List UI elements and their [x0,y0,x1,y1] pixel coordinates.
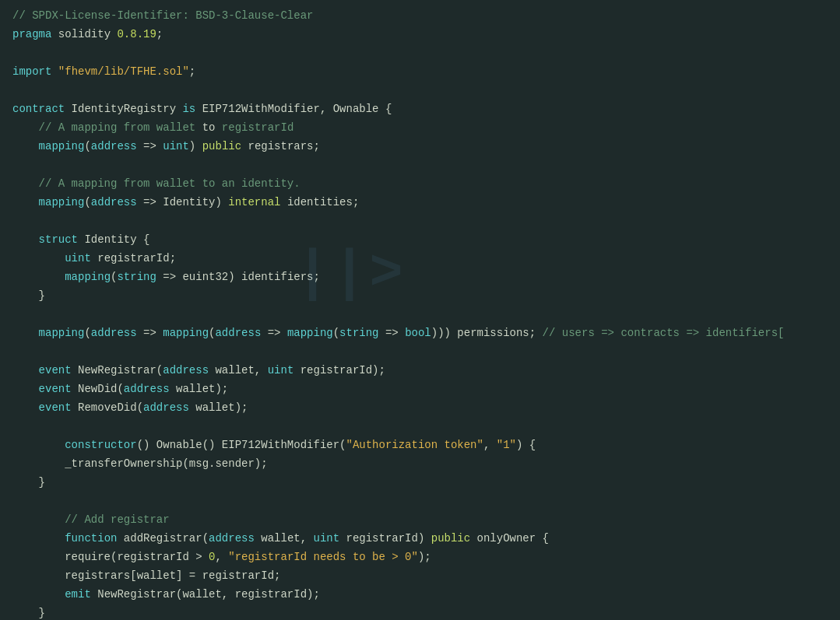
code-line-15: mapping(string => euint32) identifiers; [12,268,828,286]
code-line-1: // SPDX-License-Identifier: BSD-3-Clause… [12,6,828,25]
code-line-24: constructor() Ownable() EIP712WithModifi… [12,436,828,454]
code-line-32: emit NewRegistrar(wallet, registrarId); [12,585,828,604]
code-line-12 [12,212,828,230]
code-line-17 [12,305,828,324]
code-line-29: function addRegistrar(address wallet, ui… [12,529,828,548]
code-line-8: mapping(address => uint) public registra… [12,137,828,156]
code-line-21: event NewDid(address wallet); [12,380,828,398]
code-line-28: // Add registrar [12,510,828,529]
code-line-31: registrars[wallet] = registrarId; [12,566,828,585]
code-line-16: } [12,286,828,305]
code-line-5 [12,81,828,100]
code-line-18: mapping(address => mapping(address => ma… [12,324,828,342]
code-line-27 [12,492,828,510]
code-line-3 [12,44,828,62]
code-line-26: } [12,473,828,492]
code-line-13: struct Identity { [12,230,828,249]
code-line-30: require(registrarId > 0, "registrarId ne… [12,548,828,566]
code-line-11: mapping(address => Identity) internal id… [12,193,828,212]
code-line-25: _transferOwnership(msg.sender); [12,454,828,473]
code-line-23 [12,417,828,436]
code-line-14: uint registrarId; [12,249,828,268]
code-line-6: contract IdentityRegistry is EIP712WithM… [12,100,828,118]
code-line-2: pragma solidity 0.8.19; [12,25,828,44]
code-line-4: import "fhevm/lib/TFHE.sol"; [12,62,828,81]
code-line-19 [12,342,828,361]
code-line-22: event RemoveDid(address wallet); [12,398,828,417]
code-line-10: // A mapping from wallet to an identity. [12,174,828,193]
code-line-20: event NewRegistrar(address wallet, uint … [12,361,828,380]
code-line-7: // A mapping from wallet to registrarId [12,118,828,137]
code-line-33: } [12,604,828,620]
code-editor: ||> // SPDX-License-Identifier: BSD-3-Cl… [0,0,840,620]
code-line-9 [12,156,828,174]
